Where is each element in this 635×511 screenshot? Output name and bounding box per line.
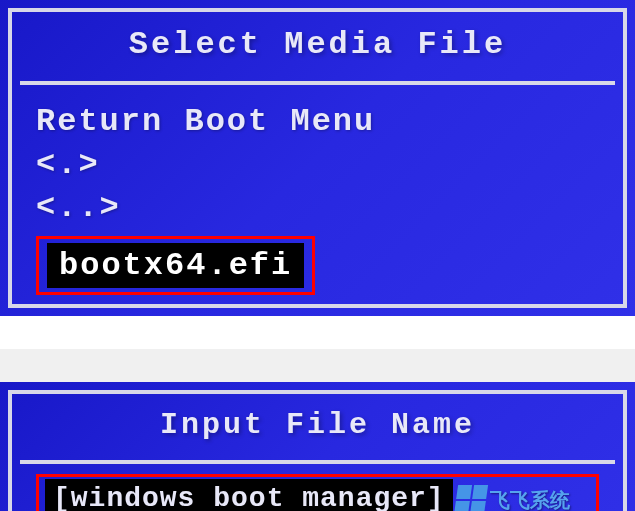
file-list: Return Boot Menu <.> <..> bootx64.efi — [12, 85, 623, 313]
input-panel-title: Input File Name — [12, 394, 623, 460]
selected-file-item[interactable]: bootx64.efi — [47, 243, 304, 288]
watermark-text: 飞飞系统 — [490, 487, 570, 512]
dir-current-item[interactable]: <.> — [36, 146, 599, 183]
watermark: 飞飞系统 — [456, 485, 570, 511]
windows-logo-icon — [454, 485, 488, 511]
selected-file-highlight: bootx64.efi — [36, 236, 315, 295]
panel-title: Select Media File — [12, 12, 623, 81]
panel-gap — [0, 316, 635, 349]
select-media-file-panel: Select Media File Return Boot Menu <.> <… — [0, 0, 635, 316]
dir-parent-item[interactable]: <..> — [36, 189, 599, 226]
file-name-input[interactable]: [windows boot manager] — [45, 479, 453, 511]
return-boot-menu-item[interactable]: Return Boot Menu — [36, 103, 599, 140]
input-file-name-panel: Input File Name [windows boot manager] 飞… — [0, 382, 635, 511]
input-highlight: [windows boot manager] 飞飞系统 — [36, 474, 599, 511]
